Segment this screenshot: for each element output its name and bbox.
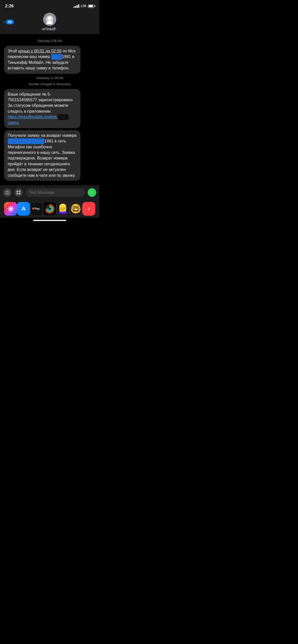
- message-bubble-2: Ваше обращение № 5-7501534585577 зарегис…: [0, 89, 99, 129]
- svg-text:🍎: 🍎: [32, 207, 34, 210]
- svg-point-8: [10, 208, 12, 210]
- avatar-icon: [46, 16, 53, 23]
- redacted-number-1: ███: [51, 54, 62, 60]
- back-chevron-icon: ‹: [3, 19, 5, 25]
- system-note-secondary: Number changed to Secondary: [0, 82, 99, 86]
- contact-name[interactable]: mTinkoff ›: [42, 27, 58, 31]
- dock-photos-icon[interactable]: [4, 202, 17, 216]
- home-bar: [33, 220, 66, 221]
- dock-music-icon[interactable]: ♪: [82, 202, 95, 216]
- bubble-content-1: Этой ночью с 00:01 до 02:00 по Мск перен…: [4, 46, 80, 74]
- svg-rect-4: [19, 191, 21, 192]
- svg-point-1: [7, 192, 8, 194]
- bubble-content-2: Ваше обращение № 5-7501534585577 зарегис…: [4, 89, 80, 128]
- status-time: 2:26: [5, 4, 14, 9]
- back-button[interactable]: ‹ 59: [3, 19, 14, 25]
- bubble-text-1a: Этой: [8, 49, 18, 53]
- dock-appstore-icon[interactable]: A: [17, 202, 30, 216]
- bubble-text-2a: Ваше обращение № 5-7501534585577 зарегис…: [8, 92, 74, 113]
- navigation-header: ‹ 59 mTinkoff ›: [0, 11, 99, 34]
- dock-activity-icon[interactable]: [43, 202, 56, 216]
- svg-line-13: [9, 207, 10, 208]
- input-bar: ↑: [0, 185, 99, 199]
- message-bubble-1: Этой ночью с 00:01 до 02:00 по Мск перен…: [0, 45, 99, 74]
- header-contact-info: mTinkoff ›: [42, 13, 58, 31]
- svg-line-14: [12, 210, 13, 211]
- svg-rect-6: [19, 193, 21, 195]
- svg-rect-0: [5, 191, 9, 194]
- app-dock: A 🍎 Pay 👱‍♀️ 🤓 ♪: [0, 199, 99, 218]
- camera-button[interactable]: [3, 188, 12, 197]
- dock-applepay-icon[interactable]: 🍎 Pay: [30, 202, 43, 216]
- contact-chevron-icon: ›: [56, 27, 58, 31]
- status-bar: 2:26 LTE: [0, 0, 99, 11]
- bubble-link-2[interactable]: https://tinkoffmobile.onelink.███claims: [8, 115, 69, 125]
- battery-icon: [88, 5, 94, 8]
- apps-button[interactable]: [14, 188, 23, 197]
- bubble-text-3b: 1991 в сеть Мегафон как ошибочно перенес…: [8, 139, 75, 177]
- message-bubble-3: Получили заявку на возврат номера ██████…: [0, 130, 99, 181]
- timestamp-yesterday: Yesterday 11:39 AM: [0, 76, 99, 80]
- dock-memoji-guy-icon[interactable]: 🤓: [69, 202, 82, 216]
- timestamp-saturday: Saturday 3:38 AM: [0, 39, 99, 43]
- dock-memoji-girl-icon[interactable]: 👱‍♀️: [56, 202, 69, 216]
- svg-text:A: A: [22, 206, 26, 212]
- messages-area: Saturday 3:38 AM Этой ночью с 00:01 до 0…: [0, 34, 99, 185]
- lte-label: LTE: [81, 4, 86, 8]
- home-indicator: [0, 218, 99, 223]
- bubble-text-1b: ночью с 00:01 до 02:00: [18, 49, 61, 53]
- avatar[interactable]: [43, 13, 56, 26]
- svg-text:Pay: Pay: [35, 207, 40, 210]
- svg-rect-5: [17, 193, 18, 195]
- status-icons: LTE: [74, 4, 94, 8]
- bubble-content-3: Получили заявку на возврат номера ██████…: [4, 130, 80, 181]
- svg-line-15: [12, 207, 13, 208]
- svg-line-16: [9, 210, 10, 211]
- bubble-text-3a: Получили заявку на возврат номера: [8, 133, 76, 138]
- back-badge-count: 59: [6, 20, 13, 24]
- redacted-number-2: ████████████: [8, 138, 44, 144]
- contact-name-text: mTinkoff: [42, 27, 56, 31]
- svg-text:♪: ♪: [87, 206, 90, 212]
- signal-bars-icon: [74, 4, 79, 8]
- svg-rect-3: [17, 191, 18, 192]
- send-button[interactable]: ↑: [88, 188, 96, 197]
- send-arrow-icon: ↑: [91, 190, 93, 195]
- redacted-link: ███: [58, 114, 69, 120]
- message-input[interactable]: [25, 188, 85, 197]
- svg-rect-2: [7, 191, 8, 192]
